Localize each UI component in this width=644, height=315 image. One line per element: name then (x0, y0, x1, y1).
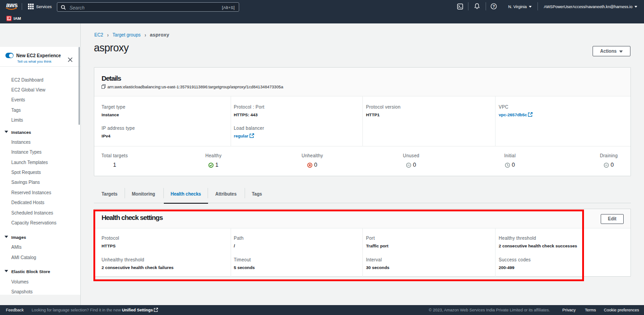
svg-text:?: ? (493, 4, 495, 9)
